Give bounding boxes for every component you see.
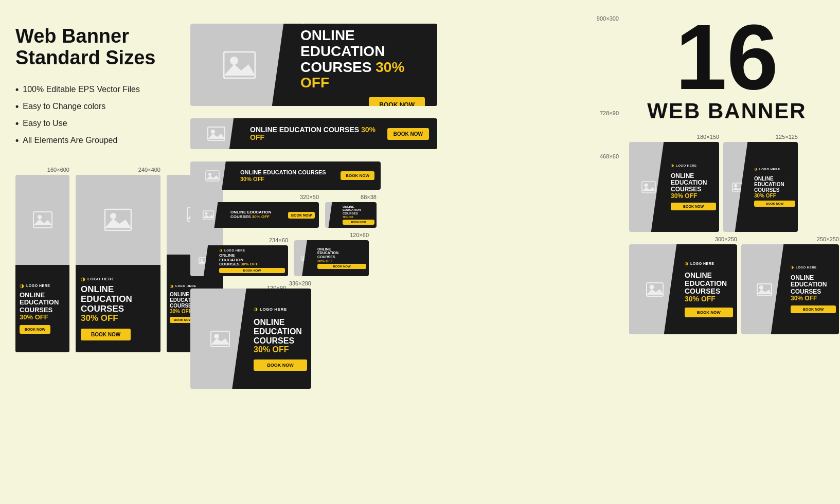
feature-item-4: All Elements Are Grouped <box>15 135 180 146</box>
banner-heading: ONLINEEDUCATIONCOURSES30% OFF <box>254 318 307 354</box>
banner-336x280: ◑ LOGO HERE ONLINEEDUCATIONCOURSES30% OF… <box>190 289 311 389</box>
logo-line: ◑ LOGO HERE <box>685 261 733 266</box>
svg-point-11 <box>211 130 215 134</box>
book-now-button[interactable]: BOOK NOW <box>219 268 285 273</box>
book-now-button[interactable]: BOOK NOW <box>685 308 733 317</box>
size-label-250x250: 250×250 <box>741 236 839 242</box>
image-placeholder <box>190 245 216 276</box>
logo-line: ◑ LOGO HERE <box>754 167 795 171</box>
book-now-button[interactable]: BOOK NOW <box>317 264 366 269</box>
size-label-728x90: 728×90 <box>190 110 619 116</box>
banner-content: ◑ LOGO HERE ONLINEEDUCATIONCOURSES 30% O… <box>216 245 288 276</box>
row-234-120: 234×60 ◑ LOGO HERE <box>190 232 619 276</box>
size-label-160x600: 160×600 <box>15 167 69 173</box>
book-now-button[interactable]: BOOK NOW <box>671 203 716 210</box>
size-label-900x300: 900×300 <box>190 15 619 22</box>
banner-300x250: ◑ LOGO HERE ONLINEEDUCATIONCOURSES30% OF… <box>629 244 737 334</box>
svg-point-15 <box>205 212 208 215</box>
banner-heading: ONLINEEDUCATIONCOURSES30% OFF <box>754 176 795 199</box>
svg-point-17 <box>331 214 333 215</box>
banner-468x60: ONLINE EDUCATION COURSES 30% OFF BOOK NO… <box>190 161 381 190</box>
image-placeholder <box>190 161 234 190</box>
feature-item-3: Easy to Use <box>15 118 180 129</box>
banner-180x150-unit: 180×150 ◑ LOGO HERE <box>629 134 719 232</box>
logo-icon: ◑ <box>81 276 85 282</box>
logo-icon: ◑ <box>791 265 794 269</box>
svg-point-9 <box>230 57 238 65</box>
right-small-banners: 180×150 ◑ LOGO HERE <box>629 134 825 232</box>
logo-text: LOGO HERE <box>759 168 780 171</box>
svg-point-19 <box>201 259 203 261</box>
feature-item-2: Easy to Change colors <box>15 101 180 112</box>
book-now-button[interactable]: BOOK NOW <box>20 325 50 334</box>
logo-icon: ◑ <box>219 248 222 253</box>
banner-heading: ONLINE EDUCATIONCOURSES 30% OFF <box>300 28 425 91</box>
banner-240x400-unit: 240×400 ◑ LOGO HERE <box>76 167 160 352</box>
svg-rect-0 <box>33 212 52 228</box>
banner-heading: ONLINEEDUCATIONCOURSES30% OFF <box>791 275 836 302</box>
banner-320x50: ONLINE EDUCATIONCOURSES 30% OFF BOOK NOW <box>190 202 319 228</box>
banner-240x400: ◑ LOGO HERE ONLINEEDUCATIONCOURSES30% OF… <box>76 175 160 352</box>
book-now-button[interactable]: BOOK NOW <box>754 201 795 207</box>
book-now-button[interactable]: BOOK NOW <box>343 220 374 225</box>
logo-icon: ◑ <box>254 307 258 312</box>
logo-icon: ◑ <box>671 164 674 168</box>
book-now-button[interactable]: BOOK NOW <box>369 97 425 106</box>
banner-728x90-unit: 728×90 ONLINE EDUCATION COURSES 30% OFF … <box>190 110 619 149</box>
banner-336x280-unit: 336×280 ◑ LOGO HERE <box>190 280 311 389</box>
image-placeholder <box>741 244 788 334</box>
banner-content: ◑ LOGO HERE ONLINEEDUCATIONCOURSES30% OF… <box>15 265 69 352</box>
banner-160x600-unit: 160×600 ◑ LOGO HERE <box>15 167 69 352</box>
book-now-button[interactable]: BOOK NOW <box>288 212 315 219</box>
size-label-88x38: 88×38 <box>325 194 377 200</box>
banner-content: ONLINE EDUCATION COURSES 30% OFF BOOK NO… <box>234 161 381 190</box>
banner-content: ONLINEEDUCATIONCOURSES30% OFF BOOK NOW <box>315 240 369 276</box>
book-now-button[interactable]: BOOK NOW <box>387 128 429 140</box>
banner-180x150: ◑ LOGO HERE ONLINEEDUCATIONCOURSES30% OF… <box>629 142 719 232</box>
banner-content: ◑ LOGO HERE ONLINEEDUCATIONCOURSES30% OF… <box>249 289 311 389</box>
logo-line: ◑ LOGO HERE <box>671 164 716 168</box>
banner-468x60-unit: 468×60 ONLINE EDUCATION COURSES 30% OFF … <box>190 153 619 190</box>
book-now-button[interactable]: BOOK NOW <box>341 171 374 180</box>
book-now-button[interactable]: BOOK NOW <box>791 305 836 313</box>
logo-icon: ◑ <box>685 261 688 266</box>
banner-heading: ONLINE EDUCATION COURSES 30% OFF <box>240 169 335 182</box>
logo-icon: ◑ <box>170 284 173 289</box>
row-square-banners: 336×280 ◑ LOGO HERE <box>190 280 619 389</box>
svg-point-29 <box>650 284 654 289</box>
image-placeholder <box>15 175 69 265</box>
logo-icon: ◑ <box>754 167 757 171</box>
banner-heading: ONLINE EDUCATIONCOURSES 30% OFF <box>230 210 285 220</box>
size-label-120x60: 120×60 <box>294 232 369 238</box>
logo-line: ◑ LOGO HERE <box>219 248 285 253</box>
banner-120x60-unit: 120×60 ONLINEEDUCATIONCOURSES30% OFF <box>294 232 369 276</box>
banner-content: ◑ LOGO HERE ONLINEEDUCATIONCOURSES30% OF… <box>752 142 798 232</box>
svg-point-31 <box>759 285 763 290</box>
size-label-468x60: 468×60 <box>190 153 619 159</box>
book-now-button[interactable]: BOOK NOW <box>254 359 307 371</box>
image-placeholder <box>723 142 752 232</box>
tall-banners-group: 160×600 ◑ LOGO HERE <box>15 167 180 352</box>
banner-88x38: ONLINEEDUCATIONCOURSES30% OFF BOOK NOW <box>325 202 377 228</box>
banner-heading: ONLINE EDUCATION COURSES 30% OFF <box>250 126 379 142</box>
image-placeholder <box>190 118 242 149</box>
logo-line: ◑ LOGO HERE <box>254 307 307 312</box>
banner-content: ◑ LOGO HERE ONLINEEDUCATIONCOURSES30% OF… <box>681 244 737 334</box>
left-column: Web Banner Standard Sizes 100% Editable … <box>15 15 180 389</box>
banner-300x250-unit: 300×250 ◑ LOGO HERE <box>629 236 737 334</box>
image-placeholder <box>76 175 160 265</box>
svg-point-23 <box>214 334 219 339</box>
banner-content: ◑ LOGO HERE ONLINEEDUCATIONCOURSES30% OF… <box>76 265 160 352</box>
banner-250x250: ◑ LOGO HERE ONLINEEDUCATIONCOURSES30% OF… <box>741 244 839 334</box>
book-now-button[interactable]: BOOK NOW <box>81 329 131 340</box>
logo-line: ◑ LOGO HERE <box>20 283 65 289</box>
size-label-240x400: 240×400 <box>76 167 160 173</box>
logo-text: LOGO HERE <box>308 24 351 25</box>
image-placeholder <box>294 240 315 276</box>
logo-text: LOGO HERE <box>26 284 50 287</box>
logo-line: ◑ LOGO HERE <box>300 24 425 25</box>
big-number: 16 <box>629 15 825 99</box>
feature-item-1: 100% Editable EPS Vector Files <box>15 84 180 95</box>
logo-text: LOGO HERE <box>175 284 196 287</box>
image-placeholder <box>190 289 249 389</box>
